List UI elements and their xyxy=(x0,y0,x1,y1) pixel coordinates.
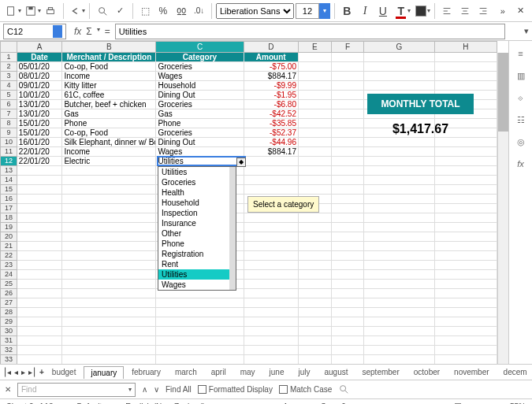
row-header[interactable]: 7 xyxy=(0,109,17,119)
row-header[interactable]: 19 xyxy=(0,223,17,232)
cell[interactable] xyxy=(17,280,63,289)
dropdown-item[interactable]: Other xyxy=(158,228,236,239)
col-header-B[interactable]: B xyxy=(62,41,156,53)
cell[interactable]: Category xyxy=(156,53,244,62)
cell[interactable] xyxy=(435,195,497,204)
cell[interactable] xyxy=(435,308,497,317)
cell[interactable] xyxy=(364,72,434,81)
cell[interactable] xyxy=(244,280,299,289)
cell[interactable] xyxy=(332,327,365,336)
row-header[interactable]: 33 xyxy=(0,355,17,364)
row-header[interactable]: 14 xyxy=(0,176,17,185)
align-left-icon[interactable] xyxy=(439,2,456,20)
cell-color-dropdown[interactable]: ▾ xyxy=(427,7,430,14)
cell[interactable]: Amount xyxy=(244,53,299,62)
italic-button[interactable]: I xyxy=(357,2,374,20)
cell[interactable] xyxy=(299,308,332,317)
cell[interactable] xyxy=(17,270,63,280)
cell[interactable] xyxy=(364,280,434,289)
col-header-F[interactable]: F xyxy=(332,41,365,53)
cell[interactable] xyxy=(364,298,434,308)
cell[interactable] xyxy=(332,62,365,72)
cell[interactable] xyxy=(435,317,497,327)
cell[interactable]: Utilities xyxy=(156,157,244,166)
font-color-button[interactable]: T xyxy=(392,2,409,20)
cell[interactable] xyxy=(435,298,497,308)
sheet-tab[interactable]: decem xyxy=(497,366,532,379)
dropdown-item[interactable]: Groceries xyxy=(158,177,236,187)
cell[interactable] xyxy=(62,261,156,270)
cell[interactable] xyxy=(156,346,244,355)
cell[interactable] xyxy=(62,185,156,195)
cell[interactable] xyxy=(299,242,332,251)
cell[interactable] xyxy=(244,327,299,336)
cell[interactable] xyxy=(332,251,365,261)
row-header[interactable]: 3 xyxy=(0,72,17,81)
cell[interactable] xyxy=(62,176,156,185)
dd-small[interactable]: ▾ xyxy=(97,26,100,37)
cell[interactable] xyxy=(156,336,244,346)
cell[interactable] xyxy=(364,261,434,270)
row-header[interactable]: 6 xyxy=(0,100,17,109)
cell[interactable] xyxy=(244,298,299,308)
cell[interactable] xyxy=(62,242,156,251)
find-options-icon[interactable] xyxy=(338,384,349,396)
find-prev-icon[interactable]: ∧ xyxy=(142,385,147,394)
dropdown-item[interactable]: Health xyxy=(158,187,236,198)
new-dropdown[interactable]: ▾ xyxy=(18,7,21,14)
cell[interactable] xyxy=(299,336,332,346)
row-header[interactable]: 16 xyxy=(0,195,17,204)
cell[interactable]: -$52.37 xyxy=(244,128,299,138)
cell[interactable] xyxy=(62,355,156,364)
cell[interactable] xyxy=(332,204,365,213)
cell[interactable] xyxy=(435,72,497,81)
cell[interactable] xyxy=(244,308,299,317)
cell[interactable] xyxy=(332,270,365,280)
dropdown-item[interactable]: Registration xyxy=(158,249,236,259)
cell[interactable] xyxy=(244,270,299,280)
cell[interactable] xyxy=(435,176,497,185)
col-header-D[interactable]: D xyxy=(244,41,299,53)
print-icon[interactable] xyxy=(43,2,59,20)
dropdown-item[interactable]: Wages xyxy=(158,280,236,290)
cell[interactable] xyxy=(364,147,434,157)
cell[interactable]: 10/01/20 xyxy=(17,91,63,100)
underline-button[interactable]: U xyxy=(375,2,392,20)
vertical-scrollbar[interactable] xyxy=(497,53,508,364)
cell[interactable] xyxy=(62,166,156,176)
cell[interactable] xyxy=(244,336,299,346)
dropdown-item[interactable]: Utilities xyxy=(158,269,236,280)
cell[interactable]: Phone xyxy=(156,119,244,128)
cell[interactable] xyxy=(62,346,156,355)
cell[interactable] xyxy=(299,166,332,176)
cell[interactable] xyxy=(435,346,497,355)
cell[interactable] xyxy=(17,298,63,308)
cell[interactable] xyxy=(332,138,365,147)
row-header[interactable]: 8 xyxy=(0,119,17,128)
undo-dropdown[interactable]: ▾ xyxy=(82,7,85,14)
sheet-tab[interactable]: february xyxy=(125,366,167,379)
cell[interactable] xyxy=(299,346,332,355)
cell[interactable] xyxy=(364,204,434,213)
cell[interactable] xyxy=(17,195,63,204)
row-header[interactable]: 1 xyxy=(0,53,17,62)
cell[interactable] xyxy=(156,355,244,364)
cell[interactable] xyxy=(17,308,63,317)
cell[interactable] xyxy=(299,157,332,166)
cell[interactable]: Groceries xyxy=(156,128,244,138)
find-history-dropdown[interactable]: ▾ xyxy=(128,386,132,393)
row-header[interactable]: 4 xyxy=(0,81,17,91)
cell[interactable] xyxy=(332,195,365,204)
cell[interactable] xyxy=(17,317,63,327)
row-header[interactable]: 12 xyxy=(0,157,17,166)
cell[interactable]: 61C, coffee xyxy=(62,91,156,100)
font-size-input[interactable] xyxy=(296,3,319,19)
cell[interactable] xyxy=(62,336,156,346)
cell[interactable] xyxy=(435,336,497,346)
cell[interactable]: Co-op, Food xyxy=(62,62,156,72)
cell[interactable]: Kitty litter xyxy=(62,81,156,91)
col-header-E[interactable]: E xyxy=(299,41,332,53)
formatted-checkbox[interactable] xyxy=(198,385,206,394)
row-header[interactable]: 9 xyxy=(0,128,17,138)
cell[interactable] xyxy=(332,232,365,242)
